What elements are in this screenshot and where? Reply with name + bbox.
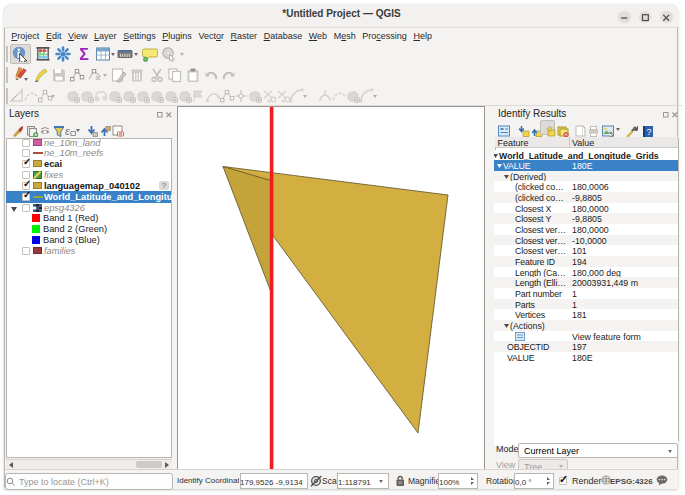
svg-text:Σ: Σ [79, 46, 89, 62]
svg-text:?: ? [646, 127, 651, 137]
svg-text:ε: ε [65, 125, 70, 137]
